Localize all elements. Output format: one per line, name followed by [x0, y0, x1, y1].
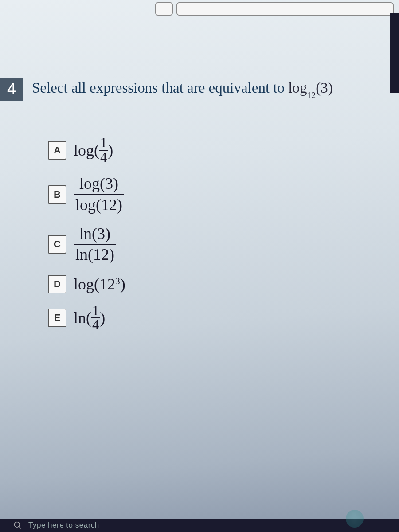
options-list: A log(14) B log(3)log(12) C ln(3)ln(12) …: [0, 136, 399, 332]
question-content: 4 Select all expressions that are equiva…: [0, 0, 399, 332]
option-c-expression: ln(3)ln(12): [74, 225, 116, 264]
option-a: A log(14): [48, 136, 399, 164]
question-prompt: Select all expressions that are equivale…: [32, 80, 333, 98]
option-checkbox-a[interactable]: A: [48, 141, 66, 160]
target-expression: log12(3): [288, 80, 332, 96]
option-d-expression: log(123): [74, 275, 125, 293]
svg-point-0: [15, 522, 20, 528]
browser-chrome-fragment: [0, 0, 399, 16]
option-checkbox-e[interactable]: E: [48, 309, 66, 327]
option-b: B log(3)log(12): [48, 175, 399, 214]
search-icon: [13, 521, 22, 530]
prompt-text: Select all expressions that are equivale…: [32, 80, 288, 96]
option-b-expression: log(3)log(12): [74, 175, 124, 214]
option-e: E ln(14): [48, 304, 399, 332]
option-a-expression: log(14): [74, 136, 113, 164]
browser-ui-box: [155, 2, 173, 16]
option-checkbox-d[interactable]: D: [48, 275, 66, 293]
window-right-edge: [390, 13, 399, 93]
question-number-badge: 4: [0, 78, 23, 101]
cortana-icon[interactable]: [346, 510, 364, 528]
question-header: 4 Select all expressions that are equiva…: [0, 78, 399, 101]
option-d: D log(123): [48, 275, 399, 293]
option-c: C ln(3)ln(12): [48, 225, 399, 264]
option-e-expression: ln(14): [74, 304, 105, 332]
browser-ui-box: [176, 2, 394, 16]
option-checkbox-b[interactable]: B: [48, 185, 66, 204]
windows-taskbar[interactable]: Type here to search: [0, 519, 399, 532]
taskbar-search-text[interactable]: Type here to search: [28, 521, 99, 530]
option-checkbox-c[interactable]: C: [48, 235, 66, 254]
svg-line-1: [19, 527, 21, 529]
